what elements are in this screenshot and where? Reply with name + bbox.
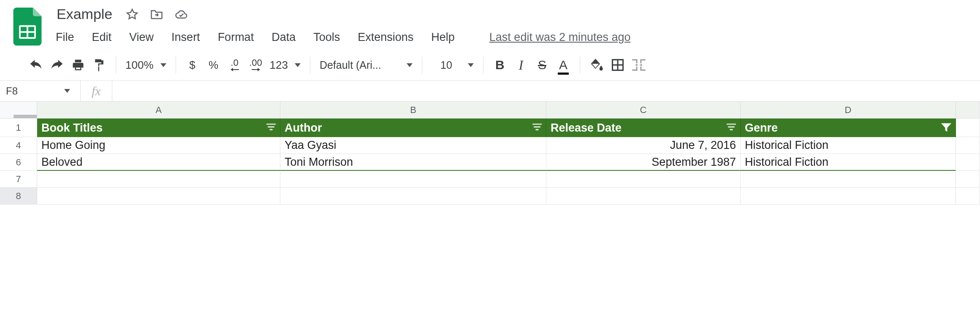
column-header[interactable]: C — [546, 102, 741, 119]
cell[interactable] — [741, 171, 956, 188]
cell[interactable]: Yaa Gyasi — [280, 137, 546, 154]
font-size-dropdown[interactable]: 10 — [428, 59, 477, 71]
toolbar: 100% $ % .0 .00 123 Default (Ari... 10 B — [0, 51, 980, 80]
format-percent-button[interactable]: % — [203, 56, 224, 74]
cell[interactable]: Beloved — [37, 154, 280, 171]
header-cell-author[interactable]: Author — [280, 119, 546, 137]
filter-icon[interactable] — [727, 124, 736, 132]
zoom-value: 100% — [125, 59, 154, 72]
table-header-row: Book Titles Author Release Date Genre — [37, 119, 980, 137]
header-cell-release-date[interactable]: Release Date — [546, 119, 741, 137]
header-label: Book Titles — [41, 121, 103, 135]
table-row — [37, 188, 980, 205]
number-format-dropdown[interactable]: 123 — [266, 59, 304, 72]
caret-down-icon — [64, 89, 70, 93]
header-cell-book-titles[interactable]: Book Titles — [37, 119, 280, 137]
cell[interactable] — [956, 188, 980, 205]
cell[interactable] — [956, 119, 980, 137]
last-edit-link[interactable]: Last edit was 2 minutes ago — [489, 31, 631, 44]
row-header[interactable]: 1 — [0, 119, 37, 137]
formula-input[interactable] — [112, 81, 980, 101]
table-row: Home Going Yaa Gyasi June 7, 2016 Histor… — [37, 137, 980, 154]
header-label: Author — [285, 121, 322, 135]
cell[interactable]: June 7, 2016 — [546, 137, 741, 154]
cell[interactable]: Historical Fiction — [741, 154, 956, 171]
table-row: Beloved Toni Morrison September 1987 His… — [37, 154, 980, 171]
name-box-value: F8 — [6, 85, 18, 97]
cell[interactable]: Historical Fiction — [741, 137, 956, 154]
fill-color-button[interactable] — [586, 56, 607, 74]
row-header[interactable]: 8 — [0, 188, 37, 205]
row-header[interactable]: 6 — [0, 154, 37, 171]
title-bar: Example File Edit View Insert Format Dat… — [0, 0, 980, 46]
menu-tools[interactable]: Tools — [312, 29, 341, 46]
formula-bar: F8 fx — [0, 81, 980, 102]
merge-cells-button[interactable] — [628, 56, 649, 74]
select-all-corner[interactable] — [0, 102, 37, 119]
menu-insert[interactable]: Insert — [171, 29, 201, 46]
caret-down-icon — [468, 63, 474, 67]
cell[interactable] — [546, 171, 741, 188]
header-label: Genre — [745, 121, 778, 135]
menu-data[interactable]: Data — [271, 29, 296, 46]
cell[interactable] — [956, 137, 980, 154]
cell[interactable] — [741, 188, 956, 205]
filter-active-icon[interactable] — [941, 123, 951, 132]
cell[interactable] — [546, 188, 741, 205]
cell[interactable]: Toni Morrison — [280, 154, 546, 171]
header-cell-genre[interactable]: Genre — [741, 119, 956, 137]
decrease-decimal-button[interactable]: .0 — [224, 56, 245, 74]
undo-button[interactable] — [25, 56, 46, 74]
filter-icon[interactable] — [266, 124, 276, 132]
column-header[interactable]: D — [741, 102, 956, 119]
cell[interactable] — [37, 188, 280, 205]
cell[interactable]: Home Going — [37, 137, 280, 154]
document-title[interactable]: Example — [55, 5, 114, 23]
table-row — [37, 171, 980, 188]
row-header[interactable]: 7 — [0, 171, 37, 188]
caret-down-icon — [295, 63, 301, 67]
column-header[interactable]: B — [280, 102, 546, 119]
row-header[interactable]: 4 — [0, 137, 37, 154]
menu-help[interactable]: Help — [430, 29, 456, 46]
font-family-dropdown[interactable]: Default (Ari... — [316, 59, 416, 71]
cell[interactable] — [280, 171, 546, 188]
paint-format-button[interactable] — [89, 56, 110, 74]
star-icon[interactable] — [126, 8, 138, 21]
cell[interactable] — [37, 171, 280, 188]
format-currency-button[interactable]: $ — [182, 56, 203, 74]
menu-view[interactable]: View — [128, 29, 155, 46]
name-box[interactable]: F8 — [0, 85, 80, 97]
cell[interactable] — [280, 188, 546, 205]
menu-edit[interactable]: Edit — [91, 29, 113, 46]
sheets-app-icon[interactable] — [13, 8, 42, 46]
menu-file[interactable]: File — [55, 29, 75, 46]
caret-down-icon — [407, 63, 413, 67]
header-label: Release Date — [551, 121, 622, 135]
caret-down-icon — [160, 63, 166, 67]
fx-icon: fx — [81, 84, 112, 98]
print-button[interactable] — [68, 56, 89, 74]
menu-bar: File Edit View Insert Format Data Tools … — [55, 29, 631, 46]
menu-extensions[interactable]: Extensions — [357, 29, 414, 46]
spreadsheet-grid: 1 4 6 7 8 A B C D Book Titles Author Rel… — [0, 102, 980, 205]
text-color-button[interactable]: A — [553, 56, 574, 74]
menu-format[interactable]: Format — [217, 29, 255, 46]
column-header[interactable] — [956, 102, 980, 119]
move-folder-icon[interactable] — [150, 8, 163, 21]
borders-button[interactable] — [607, 56, 628, 74]
italic-button[interactable]: I — [510, 56, 532, 74]
strikethrough-button[interactable]: S — [532, 56, 553, 74]
zoom-dropdown[interactable]: 100% — [122, 59, 170, 72]
cell[interactable]: September 1987 — [546, 154, 741, 171]
cell[interactable] — [956, 171, 980, 188]
bold-button[interactable]: B — [489, 56, 510, 74]
increase-decimal-button[interactable]: .00 — [245, 56, 266, 74]
redo-button[interactable] — [46, 56, 68, 74]
cloud-status-icon[interactable] — [175, 8, 187, 21]
filter-icon[interactable] — [532, 124, 542, 132]
column-header[interactable]: A — [37, 102, 280, 119]
cell[interactable] — [956, 154, 980, 171]
